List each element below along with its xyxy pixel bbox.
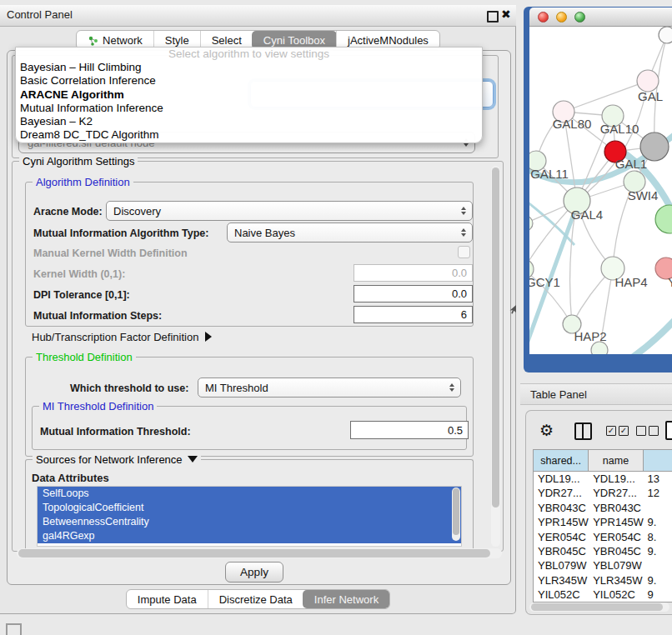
hub-definition-toggle[interactable]: Hub/Transcription Factor Definition [32, 331, 212, 343]
tab-impute-data[interactable]: Impute Data [127, 590, 208, 608]
control-panel-title: Control Panel [7, 8, 73, 21]
checked-checkbox-icon[interactable]: ✓ [619, 426, 629, 436]
table-cell [644, 558, 672, 572]
node-label-HAP2: HAP2 [574, 329, 606, 343]
gear-icon[interactable]: ⚙ [539, 421, 554, 439]
threshold-definition-title: Threshold Definition [33, 351, 136, 363]
table-panel: ⚙ ✓ ✓ shared...name YDL19...YDL19...13YD… [525, 410, 672, 615]
table-row[interactable]: YDL19...YDL19...13 [534, 472, 672, 486]
table-row[interactable]: YPR145WYPR145W9. [534, 515, 672, 529]
network-node-biggreen[interactable] [655, 205, 672, 233]
table-cell: 13 [644, 472, 672, 486]
attribute-item-selfloops[interactable]: SelfLoops [38, 487, 461, 501]
settings-vertical-scrollbar[interactable] [491, 166, 500, 547]
attribute-item-gal4rgexp[interactable]: gal4RGexp [38, 529, 461, 543]
column-header-shared...[interactable]: shared... [534, 450, 589, 471]
unchecked-checkbox-icon[interactable] [649, 426, 659, 436]
column-header-extra[interactable] [644, 450, 672, 471]
table-row[interactable]: YER054CYER054C8. [534, 530, 672, 544]
aracne-mode-combo[interactable]: Discovery [106, 201, 473, 221]
table-row[interactable]: YIL052CYIL052C9 [534, 588, 672, 602]
attribute-item-topologicalcoefficient[interactable]: TopologicalCoefficient [38, 501, 461, 515]
scrollbar-thumb[interactable] [492, 168, 499, 508]
kernel-width-field[interactable]: 0.0 [354, 264, 473, 282]
list-scrollbar[interactable] [452, 488, 460, 541]
kernel-width-label: Kernel Width (0,1): [33, 268, 125, 280]
scrollbar-thumb[interactable] [531, 603, 663, 611]
node-label-HAP4: HAP4 [614, 275, 647, 289]
tab-label: Impute Data [138, 593, 197, 606]
table-row[interactable]: YBR045CYBR045C9. [534, 544, 672, 558]
popup-item-mutual-information-inference[interactable]: Mutual Information Inference [16, 102, 482, 115]
popup-item-aracne-algorithm[interactable]: ARACNE Algorithm [16, 88, 482, 102]
tab-label: Network [103, 34, 143, 47]
data-attributes-list[interactable]: SelfLoopsTopologicalCoefficientBetweenne… [37, 486, 462, 547]
checked-checkbox-icon[interactable]: ✓ [606, 426, 616, 436]
zoom-traffic-light-icon[interactable] [574, 12, 585, 22]
mouse-cursor-icon [509, 305, 517, 315]
network-window-titlebar[interactable] [529, 8, 672, 27]
node-label-GAL11: GAL11 [530, 167, 569, 181]
which-threshold-combo[interactable]: MI Threshold [198, 378, 461, 398]
popup-item-basic-correlation-inference[interactable]: Basic Correlation Inference [16, 74, 482, 88]
network-canvas[interactable]: GALGAL80GAL10GAL1GAL11SWI4GAL4GCY1HAP4YH… [529, 27, 672, 354]
table-cell: YER054C [589, 530, 643, 544]
close-traffic-light-icon[interactable] [538, 12, 549, 22]
popup-item-bayesian-hill-climbing[interactable]: Bayesian – Hill Climbing [16, 61, 482, 74]
tab-label: jActiveMNodules [348, 34, 429, 47]
tab-discretize-data[interactable]: Discretize Data [208, 590, 303, 608]
table-row[interactable]: YBR043CYBR043C [534, 501, 672, 515]
bottom-tabstrip: Impute DataDiscretize DataInfer Network [0, 589, 516, 609]
table-cell: 9. [644, 515, 672, 529]
table-cell: YLR345W [534, 573, 589, 588]
node-label-GAL80: GAL80 [553, 117, 592, 131]
control-panel-titlebar[interactable] [0, 5, 516, 27]
table-panel-title: Table Panel [530, 388, 587, 401]
table-row[interactable]: YLR345WYLR345W9. [534, 573, 672, 588]
table-horizontal-scrollbar[interactable] [529, 602, 669, 612]
unchecked-checkbox-icon[interactable] [636, 426, 646, 436]
tab-label: Infer Network [314, 593, 379, 606]
mi-threshold-field[interactable]: 0.5 [350, 421, 469, 439]
network-node-leftsmall[interactable] [529, 216, 533, 231]
tab-infer-network[interactable]: Infer Network [303, 590, 390, 608]
popup-item-bayesian-k2[interactable]: Bayesian – K2 [16, 115, 482, 128]
dpi-tolerance-field[interactable]: 0.0 [354, 285, 473, 302]
document-icon[interactable] [665, 421, 672, 440]
columns-icon[interactable] [574, 422, 592, 440]
table-cell: YBR045C [534, 544, 589, 558]
node-label-GAL4: GAL4 [571, 208, 603, 222]
table-toolbar: ⚙ ✓ ✓ [526, 419, 672, 444]
node-label-GAL10: GAL10 [600, 122, 639, 136]
mi-threshold-title: MI Threshold Definition [39, 400, 157, 412]
node-table[interactable]: shared...name YDL19...YDL19...13YDR27...… [533, 449, 672, 602]
popup-item-dream8-dc-tdc-algorithm[interactable]: Dream8 DC_TDC Algorithm [16, 128, 482, 142]
network-node-botsmall[interactable] [591, 342, 608, 354]
scrollbar-thumb[interactable] [18, 549, 490, 558]
apply-button[interactable]: Apply [225, 562, 283, 582]
mi-type-combo[interactable]: Naive Bayes [227, 222, 473, 242]
popup-prompt: Select algorithm to view settings [16, 48, 482, 61]
column-header-name[interactable]: name [589, 450, 643, 471]
settings-horizontal-scrollbar[interactable] [17, 548, 502, 558]
table-cell: YBL079W [534, 558, 589, 572]
table-cell [644, 501, 672, 515]
table-row[interactable]: YBL079WYBL079W [534, 558, 672, 572]
algorithm-popup: Select algorithm to view settings Bayesi… [15, 47, 483, 143]
table-cell: YBR045C [589, 544, 643, 558]
sources-group-title[interactable]: Sources for Network Inference [33, 453, 201, 466]
network-icon [88, 35, 98, 46]
mi-steps-field[interactable]: 6 [354, 306, 473, 323]
manual-kernel-checkbox[interactable] [458, 246, 470, 258]
network-node-topcircle[interactable] [659, 27, 672, 43]
minimize-traffic-light-icon[interactable] [556, 12, 567, 22]
float-window-icon[interactable] [487, 11, 499, 22]
collapsed-panel-icon[interactable] [6, 623, 22, 635]
table-cell: 9 [644, 588, 672, 602]
table-row[interactable]: YDR27...YDR27...12 [534, 486, 672, 500]
table-panel-titlebar[interactable]: Table Panel [520, 383, 672, 405]
close-icon[interactable]: ✖ [501, 8, 511, 21]
node-label-GAL1: GAL1 [615, 157, 647, 171]
attribute-item-betweennesscentrality[interactable]: BetweennessCentrality [38, 515, 461, 529]
network-node-grayn[interactable] [640, 132, 669, 161]
